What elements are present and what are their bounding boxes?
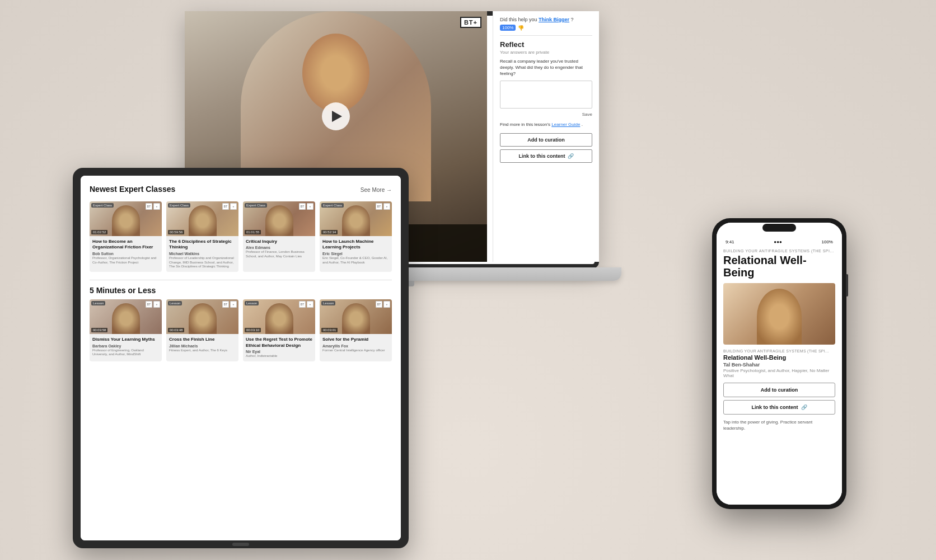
- card-3-body: Critical Inquiry Alex Edmans Professor o…: [243, 236, 315, 262]
- plus-icon-3: +: [307, 203, 313, 210]
- card-4-time: 00:52:34: [321, 230, 338, 234]
- phone-side-button[interactable]: [846, 274, 848, 297]
- bt-icon-2: BT: [222, 203, 229, 210]
- reflect-section: Reflect Your answers are private Recall …: [500, 35, 592, 117]
- reflect-title: Reflect: [500, 40, 592, 49]
- card-4-title: How to Launch Machine Learning Projects: [322, 239, 389, 251]
- reflect-private: Your answers are private: [500, 50, 592, 55]
- card-2: Expert Class 00:59:56 BT + The 6 Discipl…: [166, 201, 238, 272]
- card-2-thumb: Expert Class 00:59:56 BT +: [166, 201, 238, 236]
- card-2-icons: BT +: [222, 203, 237, 210]
- tablet: Newest Expert Classes See More → Expert …: [73, 168, 409, 548]
- reflect-textarea[interactable]: [500, 81, 592, 109]
- phone-author: Tal Ben-Shahar: [723, 362, 835, 368]
- link-content-label: Link to this content: [519, 153, 565, 159]
- short-card-4: Lesson 00:03:01 BT + Solve for the Pyram…: [320, 299, 392, 361]
- short-card-1: Lesson 00:03:58 BT + Dismiss Your Learni…: [90, 299, 162, 361]
- learner-guide-link[interactable]: Learner Guide: [551, 122, 580, 127]
- sc2-icons: BT +: [222, 301, 237, 308]
- plus-icon: +: [153, 203, 160, 210]
- card-1-time: 01:02:52: [91, 230, 107, 234]
- card-4-icons: BT +: [376, 203, 390, 210]
- phone-signal: ●●●: [774, 239, 782, 244]
- short-card-1-thumb: Lesson 00:03:58 BT +: [90, 299, 162, 334]
- sc4-icons: BT +: [376, 301, 390, 308]
- section2-title: 5 Minutes or Less: [90, 286, 392, 295]
- sc4-body: Solve for the Pyramid Amaryllis Fox Form…: [320, 334, 392, 355]
- expert-classes-row: Expert Class 01:02:52 BT + How to Become…: [90, 201, 392, 272]
- phone-add-curation-button[interactable]: Add to curation: [723, 383, 835, 397]
- phone-link-label: Link to this content: [752, 404, 798, 410]
- phone-status-bar: 9:41 ●●● 100%: [723, 239, 835, 244]
- short-card-3: Lesson 00:03:10 BT + Use the Regret Test…: [243, 299, 315, 361]
- card-3-title: Critical Inquiry: [246, 239, 312, 244]
- sc2-desc: Fitness Expert, and Author, The 6 Keys: [169, 349, 236, 353]
- phone-link-content-button[interactable]: Link to this content 🔗: [723, 400, 835, 415]
- sc4-desc: Former Central Intelligence Agency offic…: [322, 349, 389, 353]
- save-button[interactable]: Save: [500, 112, 592, 117]
- bt-icon: BT: [146, 203, 152, 210]
- play-button[interactable]: [322, 102, 350, 130]
- sc3-time: 00:03:10: [245, 328, 261, 332]
- five-min-row: Lesson 00:03:58 BT + Dismiss Your Learni…: [90, 299, 392, 361]
- short-card-2: Lesson 00:03:48 BT + Cross the Finish Li…: [166, 299, 238, 361]
- sc2-body: Cross the Finish Line Jillian Michaels F…: [166, 334, 238, 355]
- card-4-body: How to Launch Machine Learning Projects …: [320, 236, 392, 267]
- sc3-body: Use the Regret Test to Promote Ethical B…: [243, 334, 315, 361]
- add-curation-button[interactable]: Add to curation: [500, 133, 592, 147]
- tablet-home-button[interactable]: [232, 543, 249, 546]
- phone-frame: 9:41 ●●● 100% BUILDING YOUR ANTIFRAGILE …: [712, 218, 846, 509]
- card-1-body: How to Become an Organizational Friction…: [90, 236, 162, 267]
- think-bigger-link[interactable]: Think Bigger: [539, 17, 569, 22]
- short-card-3-thumb: Lesson 00:03:10 BT +: [243, 299, 315, 334]
- thumbs-down-icon[interactable]: 👎: [518, 25, 524, 31]
- sc2-badge: Lesson: [168, 301, 182, 305]
- sc2-title: Cross the Finish Line: [169, 337, 236, 342]
- card-4-thumb: Expert Class 00:52:34 BT +: [320, 201, 392, 236]
- card-1-author: Bob Sutton: [92, 252, 159, 256]
- section-divider: [90, 280, 392, 280]
- sc4-badge: Lesson: [321, 301, 335, 305]
- sc3-badge: Lesson: [245, 301, 259, 305]
- card-4: Expert Class 00:52:34 BT + How to Launch…: [320, 201, 392, 272]
- card-2-author: Michael Watkins: [169, 252, 236, 256]
- card-1-thumb: Expert Class 01:02:52 BT +: [90, 201, 162, 236]
- sc3-author: Nir Eyal: [246, 350, 312, 354]
- phone-section-label: BUILDING YOUR ANTIFRAGILE SYSTEMS (THE S…: [723, 249, 835, 253]
- card-4-desc: Eric Siegel, Co-Founder & CEO, Gooder AI…: [322, 256, 389, 265]
- card-3-icons: BT +: [299, 203, 313, 210]
- card-1-title: How to Become an Organizational Friction…: [92, 239, 159, 251]
- feedback-text: Did this help you Think Bigger ?: [500, 17, 592, 22]
- card-1: Expert Class 01:02:52 BT + How to Become…: [90, 201, 162, 272]
- tablet-screen: Newest Expert Classes See More → Expert …: [81, 176, 401, 540]
- tablet-content: Newest Expert Classes See More → Expert …: [81, 176, 401, 540]
- card-2-badge: Expert Class: [168, 203, 190, 208]
- link-content-button[interactable]: Link to this content 🔗: [500, 149, 592, 163]
- phone-author-role: Positive Psychologist, and Author, Happi…: [723, 368, 835, 378]
- phone-tagline: Tap into the power of giving. Practice s…: [723, 419, 835, 431]
- card-3: Expert Class 01:01:55 BT + Critical Inqu…: [243, 201, 315, 272]
- see-more-link[interactable]: See More →: [361, 187, 392, 193]
- learner-guide: Find more in this lesson's Learner Guide…: [500, 121, 592, 128]
- tablet-frame: Newest Expert Classes See More → Expert …: [73, 168, 409, 548]
- phone-screen: 9:41 ●●● 100% BUILDING YOUR ANTIFRAGILE …: [717, 223, 842, 505]
- bt-icon-3: BT: [299, 203, 306, 210]
- card-2-time: 00:59:56: [168, 230, 184, 234]
- right-panel: Did this help you Think Bigger ? 100% 👎 …: [493, 11, 599, 262]
- card-3-badge: Expert Class: [245, 203, 267, 208]
- phone-time: 9:41: [726, 239, 734, 244]
- link-icon: 🔗: [568, 153, 574, 159]
- sc1-author: Barbara Oakley: [92, 344, 159, 348]
- bt-icon-4: BT: [376, 203, 382, 210]
- thumbs-row: 100% 👎: [500, 25, 592, 31]
- sc1-time: 00:03:58: [91, 328, 107, 332]
- section1-title: Newest Expert Classes: [90, 185, 175, 194]
- phone-link-icon: 🔗: [801, 404, 807, 410]
- thumbs-pct: 100%: [500, 25, 516, 31]
- card-2-desc: Professor of Leadership and Organization…: [169, 256, 236, 269]
- sc3-icons: BT +: [299, 301, 313, 308]
- card-3-time: 01:01:55: [245, 230, 261, 234]
- reflect-prompt: Recall a company leader you've trusted d…: [500, 58, 592, 77]
- sc1-title: Dismiss Your Learning Myths: [92, 337, 159, 342]
- card-2-title: The 6 Disciplines of Strategic Thinking: [169, 239, 236, 251]
